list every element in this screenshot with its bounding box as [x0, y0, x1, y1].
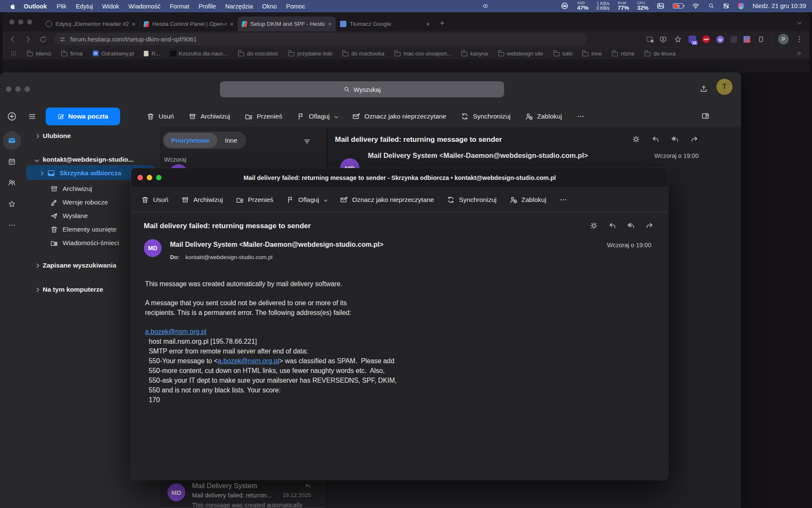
- browser-tab[interactable]: Tłumacz Google ×: [336, 17, 434, 31]
- bookmark-item[interactable]: mac osx unsaport...: [395, 50, 451, 57]
- archive-button[interactable]: Archiwizuj: [188, 112, 230, 121]
- lighting-icon[interactable]: [590, 221, 598, 230]
- menu-app-name[interactable]: Outlook: [24, 3, 47, 10]
- saved-searches-section[interactable]: Zapisane wyszukiwania: [36, 262, 116, 269]
- folder-sent[interactable]: Wysłane: [50, 212, 88, 220]
- zoom-window-button[interactable]: [27, 19, 32, 25]
- bookmark-item[interactable]: webdesign site: [498, 50, 543, 57]
- bookmark-star-icon[interactable]: [674, 35, 682, 44]
- close-window-button[interactable]: [6, 86, 11, 92]
- ram-stat[interactable]: RAM 77%: [617, 1, 629, 11]
- bookmark-item[interactable]: do crocobloc: [238, 50, 278, 57]
- address-bar[interactable]: forum.hestiacp.com/t/setup-dkim-and-spf/…: [54, 33, 587, 45]
- menu-item[interactable]: Format: [170, 3, 189, 10]
- forward-icon[interactable]: [645, 221, 654, 230]
- account-section[interactable]: kontakt@webdesign-studio...: [36, 156, 134, 163]
- browser-menu-icon[interactable]: [795, 35, 804, 44]
- extension-dim-icon[interactable]: [730, 36, 737, 43]
- battery-icon[interactable]: [673, 3, 683, 8]
- browser-profile-avatar[interactable]: P: [778, 34, 789, 44]
- close-window-button[interactable]: [9, 19, 14, 25]
- control-center-icon[interactable]: [723, 3, 730, 9]
- bookmark-item[interactable]: klienci: [27, 50, 51, 57]
- flag-button[interactable]: Oflaguj: [286, 196, 327, 204]
- menu-item[interactable]: Edytuj: [76, 3, 93, 10]
- tab-overflow-chevron-icon[interactable]: [798, 18, 801, 25]
- list-item[interactable]: MD Mail Delivery System Mail delivery fa…: [160, 480, 324, 508]
- sync-button[interactable]: Synchronizuj: [447, 196, 497, 204]
- menu-item[interactable]: Plik: [57, 3, 66, 10]
- move-button[interactable]: Przenieś: [244, 112, 282, 121]
- zoom-window-button[interactable]: [25, 86, 30, 92]
- reply-icon[interactable]: [651, 135, 660, 144]
- delete-button[interactable]: Usuń: [146, 112, 174, 121]
- translate-icon[interactable]: [647, 37, 653, 41]
- lighting-icon[interactable]: [632, 135, 640, 144]
- minimize-window-button[interactable]: [147, 175, 152, 180]
- bookmark-item[interactable]: Koszulka dla nauc...: [170, 50, 228, 57]
- close-window-button[interactable]: [137, 175, 143, 180]
- new-tab-button[interactable]: +: [440, 19, 444, 28]
- block-button[interactable]: Zablokuj: [525, 112, 562, 121]
- close-tab-icon[interactable]: ×: [426, 21, 430, 28]
- flag-button[interactable]: Oflaguj: [296, 112, 337, 121]
- wifi-icon[interactable]: [691, 2, 700, 10]
- reply-icon[interactable]: [608, 221, 617, 230]
- adblock-plus-icon[interactable]: ABP: [702, 36, 710, 43]
- add-account-button[interactable]: [7, 111, 17, 121]
- browser-tab[interactable]: Setup DKIM and SPF - Hestia ×: [238, 17, 336, 31]
- reading-pane-toggle-icon[interactable]: [701, 112, 710, 120]
- extensions-puzzle-icon[interactable]: [757, 35, 765, 44]
- ssd-stat[interactable]: SSD 47%: [577, 1, 588, 11]
- close-tab-icon[interactable]: ×: [132, 21, 135, 28]
- share-icon[interactable]: [700, 85, 708, 93]
- search-input[interactable]: Wyszukaj: [220, 81, 504, 97]
- zoom-window-button[interactable]: [156, 175, 162, 180]
- reply-all-icon[interactable]: [627, 221, 635, 230]
- bookmark-item[interactable]: R...: [144, 50, 160, 57]
- close-tab-icon[interactable]: ×: [328, 21, 332, 28]
- ublock-icon[interactable]: u: [716, 36, 724, 43]
- bookmark-item[interactable]: inne: [582, 50, 602, 57]
- mark-unread-button[interactable]: Oznacz jako nieprzeczytane: [340, 196, 434, 204]
- apple-menu-icon[interactable]: [9, 3, 16, 10]
- menu-item[interactable]: Pomoc: [286, 3, 305, 10]
- people-module-icon[interactable]: [8, 178, 16, 187]
- tab-other[interactable]: Inne: [217, 133, 245, 148]
- archive-button[interactable]: Archiwizuj: [181, 196, 223, 204]
- more-button[interactable]: [559, 196, 568, 204]
- favorites-module-icon[interactable]: [8, 200, 16, 208]
- cpu-stat[interactable]: CPU 32%: [637, 1, 648, 11]
- siri-icon[interactable]: [738, 3, 744, 9]
- eye-icon[interactable]: [482, 3, 489, 9]
- extension-badge-icon[interactable]: 11: [689, 36, 696, 43]
- bookmark-item[interactable]: kasyna: [461, 50, 488, 57]
- menubar-clock[interactable]: Niedz. 21 gru 10:39: [752, 3, 806, 9]
- folder-drafts[interactable]: Wersje robocze: [50, 198, 108, 207]
- sync-button[interactable]: Synchronizuj: [461, 112, 510, 121]
- extension-color-icon[interactable]: [743, 36, 750, 43]
- minimize-window-button[interactable]: [18, 19, 23, 25]
- tab-focused[interactable]: Priorytetowe: [164, 133, 217, 148]
- calendar-module-icon[interactable]: [8, 157, 16, 166]
- screenshot-icon[interactable]: [656, 2, 665, 10]
- failed-address-link[interactable]: a.bozek@nsm.org.pl: [218, 357, 279, 364]
- creative-cloud-icon[interactable]: [560, 2, 569, 10]
- more-button[interactable]: [576, 112, 585, 121]
- mark-unread-button[interactable]: Oznacz jako nieprzeczytane: [352, 112, 446, 121]
- hamburger-menu-icon[interactable]: [28, 112, 36, 121]
- bookmark-item[interactable]: do macbooka: [343, 50, 384, 57]
- browser-tab[interactable]: Edytuj „Elementor Header #2 ×: [41, 17, 140, 31]
- folder-junk[interactable]: Wiadomości-śmieci: [50, 239, 119, 247]
- mail-module-icon[interactable]: [8, 136, 16, 145]
- menu-item[interactable]: Okno: [262, 3, 277, 10]
- bookmark-item[interactable]: tutki: [554, 50, 573, 57]
- account-avatar[interactable]: T: [716, 79, 732, 95]
- compose-button[interactable]: Nowa poczta: [46, 108, 120, 125]
- forward-icon[interactable]: [24, 35, 32, 44]
- filter-icon[interactable]: [303, 137, 311, 146]
- failed-address-link[interactable]: a.bozek@nsm.org.pl: [145, 328, 206, 335]
- bookmark-item[interactable]: różne: [612, 50, 635, 57]
- folder-inbox[interactable]: Skrzynka odbiorcza: [40, 169, 121, 177]
- bookmark-item[interactable]: do linuxa: [645, 50, 675, 57]
